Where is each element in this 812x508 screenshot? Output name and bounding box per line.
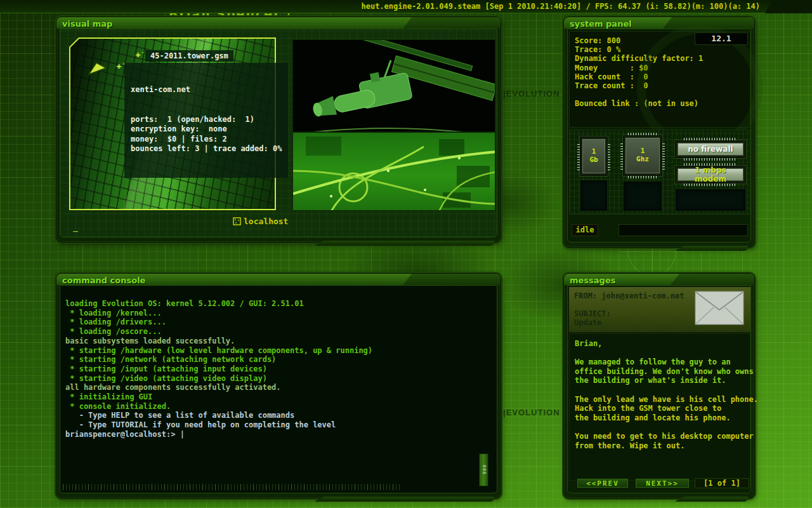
localhost-label: localhost <box>244 217 288 226</box>
node-sparkle-icon: +˙ <box>135 51 145 59</box>
visual-map-panel: visual map +˙ +˙ 45-2011.tower.gsm xenti… <box>56 17 501 243</box>
engine-status-text: heut.engine-2.01.049.steam [Sep 1 2010.2… <box>361 2 760 11</box>
command-prompt[interactable]: brianspencer@localhost:> | <box>65 430 185 439</box>
panel-title: system panel <box>570 19 632 29</box>
panel-title: command console <box>62 276 145 285</box>
aerial-highway-photo <box>292 132 495 211</box>
chip-pins <box>684 184 737 186</box>
map-cursor-underscore: _ <box>73 222 78 232</box>
prev-message-button[interactable]: <<PREV <box>577 478 629 488</box>
system-panel-header: system panel <box>564 17 754 29</box>
message-page-indicator: [1 of 1] <box>695 478 749 488</box>
message-line <box>575 349 750 358</box>
stat-line: Money : $0 <box>575 64 703 72</box>
memory-chip: 1 Gb <box>580 137 608 176</box>
cpu-chip-label: 1 Ghz <box>632 147 653 163</box>
message-line: Brian, <box>575 339 750 349</box>
chip-pins <box>662 142 665 170</box>
console-line: * loading /kernel... <box>65 309 372 318</box>
from-address: john@xenti-com.net <box>601 291 684 300</box>
stat-line: Dynamic difficulty factor: 1 <box>575 54 703 63</box>
header-notch <box>671 274 754 285</box>
chip-pins <box>684 158 737 161</box>
message-line: from there. Wipe it out. <box>575 441 750 451</box>
console-line: * loading /oscore... <box>65 327 372 337</box>
console-output: loading Evolution OS: kernel 5.12.002 / … <box>65 299 372 430</box>
console-line: * starting /hardware (low level hardware… <box>65 346 372 356</box>
firewall-chip-label: no firewall <box>688 145 733 154</box>
scrollbar-thumb[interactable]: 000 <box>479 453 488 486</box>
tooltip-line: ports: 1 (open/hacked: 1) <box>131 115 282 125</box>
highway-image <box>293 133 495 211</box>
chip-pins <box>684 138 737 140</box>
visual-map-header: visual map <box>56 17 501 29</box>
console-line: * initializing GUI <box>65 392 372 402</box>
status-badge: idle <box>572 224 598 236</box>
chip-pins <box>620 142 623 170</box>
console-line: * loading /drivers... <box>65 318 372 327</box>
tooltip-host: xenti-com.net <box>131 85 282 95</box>
console-line: - Type HELP to see a list of available c… <box>65 411 372 420</box>
stats-readout: Score: 800Trace: 0 %Dynamic difficulty f… <box>569 31 750 128</box>
message-line <box>575 422 750 432</box>
empty-hardware-slot <box>675 189 746 211</box>
memory-chip-label: 1 Gb <box>586 148 602 164</box>
satellite-image <box>293 40 495 132</box>
tooltip-line: encryption key: none <box>131 124 282 135</box>
console-line: * starting /video (attaching video displ… <box>65 374 372 384</box>
console-line: basic subsystems loaded successfully. <box>65 337 372 346</box>
messages-panel: messages FROM: john@xenti-com.net SUBJEC… <box>563 273 755 498</box>
console-line: * starting /network (attaching network c… <box>65 355 372 364</box>
panel-title: visual map <box>62 19 112 29</box>
scrollbar-label: 000 <box>481 465 487 475</box>
mouse-cursor-icon <box>88 58 107 76</box>
console-header: command console <box>56 274 501 285</box>
prompt-text: brianspencer@localhost:> <box>65 430 180 439</box>
console-line: - Type TUTORIAL if you need help on comp… <box>65 420 372 430</box>
header-notch <box>403 17 501 29</box>
command-console-panel: command console loading Evolution OS: ke… <box>56 273 501 498</box>
modem-chip-label: 1 mbps modem <box>678 166 743 184</box>
panel-title: messages <box>570 276 615 285</box>
node-tooltip: xenti-com.net ports: 1 (open/hacked: 1)e… <box>124 63 288 178</box>
modem-chip: 1 mbps modem <box>675 166 746 184</box>
message-line: Hack into the GSM tower close to <box>575 404 750 413</box>
stat-line: Hack count : 0 <box>575 72 703 81</box>
status-bar: heut.engine-2.01.049.steam [Sep 1 2010.2… <box>0 0 812 13</box>
empty-hardware-slot <box>580 180 608 211</box>
console-line: * starting /input (attaching input devic… <box>65 364 372 374</box>
console-screen[interactable]: loading Evolution OS: kernel 5.12.002 / … <box>60 285 497 493</box>
stat-line: Trace count : 0 <box>575 81 703 90</box>
stat-line: Bounced link : (not in use) <box>575 99 703 108</box>
satellite-photo <box>292 39 495 132</box>
tooltip-line: money: $0 | files: 2 <box>131 135 282 145</box>
chip-pins <box>628 133 657 135</box>
messages-header: messages <box>564 274 754 285</box>
message-body: Brian, We managed to follow the guy to a… <box>569 333 750 481</box>
computer-node-icon <box>233 217 241 225</box>
header-notch <box>663 17 754 29</box>
message-line: the building or what's inside it. <box>575 376 750 385</box>
system-panel: system panel Score: 800Trace: 0 %Dynamic… <box>563 17 755 248</box>
message-line: office building. We don't know who owns <box>575 367 750 377</box>
chip-pins <box>628 176 657 178</box>
chip-pins <box>577 142 580 170</box>
messages-footer: <<PREV NEXT>> [1 of 1] <box>568 478 750 490</box>
stat-line: Trace: 0 % <box>575 45 703 54</box>
header-notch <box>403 274 501 285</box>
stat-line <box>575 90 703 99</box>
message-line: The only lead we have is his cell phone. <box>575 395 750 404</box>
stat-line: Score: 800 <box>575 36 703 45</box>
tooltip-line: bounces left: 3 | trace added: 0% <box>131 144 282 154</box>
next-message-button[interactable]: NEXT>> <box>635 478 690 488</box>
message-line: the building and locate his phone. <box>575 413 750 423</box>
hardware-board: 1 Gb 1 Ghz no firewall 1 mbp <box>569 130 750 215</box>
map-viewport[interactable]: +˙ +˙ 45-2011.tower.gsm xenti-com.net po… <box>60 29 497 237</box>
messages-body: FROM: john@xenti-com.net SUBJECT: Update… <box>567 285 751 493</box>
text-cursor: | <box>180 430 185 439</box>
chip-pins <box>608 142 610 170</box>
cpu-chip: 1 Ghz <box>623 135 662 176</box>
envelope-icon <box>695 291 744 325</box>
localhost-node[interactable]: localhost <box>233 217 288 226</box>
node-label: 45-2011.tower.gsm <box>145 50 233 62</box>
